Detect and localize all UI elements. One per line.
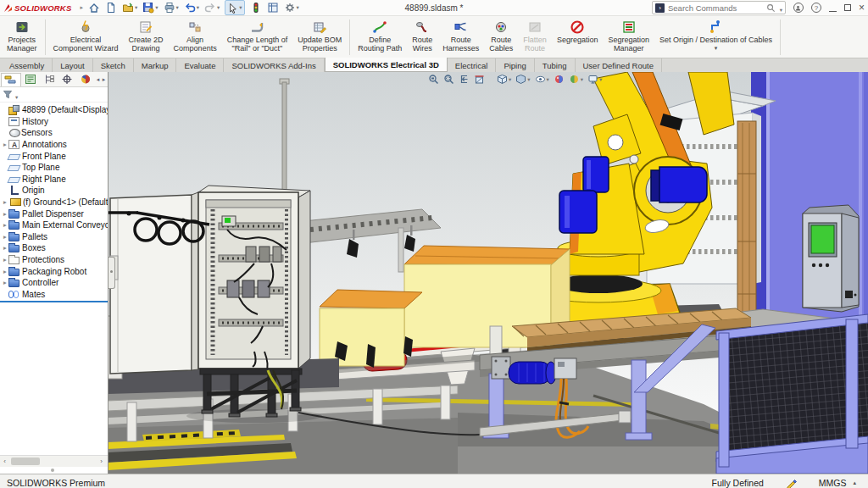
expand-arrow-icon[interactable]: ▸ bbox=[2, 141, 8, 148]
save-icon[interactable] bbox=[142, 1, 158, 14]
control-panel[interactable] bbox=[803, 205, 859, 312]
cabinet-door[interactable] bbox=[110, 195, 192, 374]
minimize-button[interactable] bbox=[829, 3, 837, 12]
scroll-thumb[interactable] bbox=[11, 458, 40, 465]
ribbon-button-segregation[interactable]: Segregation bbox=[552, 17, 604, 58]
tab-display-manager[interactable] bbox=[76, 73, 95, 86]
scroll-left-button[interactable]: ‹ bbox=[0, 456, 9, 467]
junction-box[interactable] bbox=[554, 358, 576, 379]
select-tool[interactable] bbox=[225, 0, 244, 15]
tree-item[interactable]: ▸ Right Plane bbox=[0, 174, 108, 186]
tree-item[interactable]: ▸ Pallet Dispenser bbox=[0, 208, 108, 219]
search-input[interactable] bbox=[668, 3, 763, 13]
command-tab[interactable]: Sketch bbox=[93, 58, 134, 72]
help-icon[interactable]: ? bbox=[811, 3, 821, 13]
command-tab[interactable]: SOLIDWORKS Electrical 3D bbox=[325, 58, 448, 72]
rebuild-traffic-light-icon[interactable] bbox=[250, 1, 262, 14]
maximize-button[interactable] bbox=[844, 4, 851, 11]
command-tab[interactable]: Evaluate bbox=[176, 58, 224, 72]
command-tab[interactable]: Markup bbox=[134, 58, 177, 72]
tree-item[interactable]: ▸ Top Plane bbox=[0, 162, 108, 174]
tree-item[interactable]: ▸ Main External Conveyor bbox=[0, 219, 108, 231]
ribbon-button-change-length[interactable]: Change Length of"Rail" or "Duct" bbox=[222, 17, 293, 58]
tree-item[interactable]: ▸ Mates bbox=[0, 289, 108, 301]
tree-item[interactable]: ▸ Sensors bbox=[0, 127, 108, 139]
expand-arrow-icon[interactable]: ▸ bbox=[2, 198, 8, 206]
panel-tabs-right-arrow[interactable]: ▸ bbox=[101, 76, 107, 83]
rollback-bar[interactable] bbox=[0, 301, 108, 302]
dropdown-caret[interactable]: ▾ bbox=[715, 45, 718, 52]
panel-flyout-handle[interactable] bbox=[108, 257, 115, 289]
tab-dimxpert-manager[interactable] bbox=[58, 73, 76, 86]
display-style-icon[interactable] bbox=[515, 74, 530, 85]
tree-item[interactable]: ▸ Controller bbox=[0, 277, 108, 289]
tree-item[interactable]: ▸ Pallets bbox=[0, 231, 108, 243]
expand-arrow-icon[interactable]: ▸ bbox=[2, 268, 8, 275]
3d-viewport[interactable] bbox=[0, 72, 868, 474]
ribbon-button-set-origin-destination[interactable]: Set Origin / Destination of Cables ▾ bbox=[654, 17, 777, 58]
open-document-icon[interactable] bbox=[122, 1, 137, 14]
search-scope-caret[interactable] bbox=[779, 0, 782, 15]
task-pane-table-icon[interactable] bbox=[267, 1, 279, 14]
command-tab[interactable]: Electrical bbox=[448, 58, 497, 72]
panel-buttons[interactable] bbox=[812, 263, 829, 267]
section-view-icon[interactable] bbox=[474, 74, 485, 85]
view-settings-icon[interactable] bbox=[587, 74, 602, 85]
tab-property-manager[interactable] bbox=[21, 73, 40, 86]
user-account-icon[interactable] bbox=[793, 3, 804, 13]
command-tab[interactable]: Assembly bbox=[2, 58, 53, 72]
ribbon-button-define-routing-path[interactable]: DefineRouting Path bbox=[353, 17, 407, 58]
ribbon-button-projects-manager[interactable]: ProjectsManager bbox=[2, 17, 42, 58]
command-tab[interactable]: SOLIDWORKS Add-Ins bbox=[224, 58, 324, 72]
expand-arrow-icon[interactable]: ▸ bbox=[2, 233, 8, 241]
ribbon-button-update-bom[interactable]: Update BOMProperties bbox=[292, 17, 347, 58]
panel-horizontal-scrollbar[interactable]: ‹ › bbox=[0, 455, 108, 467]
view-orientation-icon[interactable] bbox=[497, 74, 511, 85]
undo-icon[interactable] bbox=[184, 1, 199, 14]
ribbon-button-route-wires[interactable]: RouteWires bbox=[407, 17, 437, 58]
tab-configuration-manager[interactable] bbox=[40, 73, 58, 86]
command-tab[interactable]: Layout bbox=[53, 58, 93, 72]
wood-column[interactable] bbox=[737, 121, 756, 335]
expand-arrow-icon[interactable]: ▸ bbox=[2, 256, 8, 263]
search-commands-box[interactable]: › bbox=[652, 1, 786, 14]
ribbon-button-route-harnesses[interactable]: RouteHarnesses bbox=[437, 17, 484, 58]
tree-filter[interactable] bbox=[0, 87, 108, 103]
units-selector[interactable]: MMGS bbox=[819, 478, 847, 488]
expand-arrow-icon[interactable]: ▸ bbox=[2, 221, 8, 229]
zoom-to-area-icon[interactable] bbox=[443, 74, 454, 85]
options-gear-icon[interactable] bbox=[284, 1, 299, 14]
close-button[interactable]: × bbox=[859, 3, 865, 12]
scroll-right-button[interactable]: › bbox=[97, 456, 106, 467]
tab-feature-manager[interactable] bbox=[1, 73, 21, 86]
edit-appearance-icon[interactable] bbox=[554, 74, 565, 85]
home-icon[interactable] bbox=[88, 1, 100, 14]
command-tab[interactable]: Tubing bbox=[535, 58, 576, 72]
units-caret[interactable]: ▴ bbox=[853, 480, 856, 486]
panel-resize-nub[interactable] bbox=[51, 469, 54, 472]
hide-show-items-icon[interactable] bbox=[535, 74, 549, 85]
expand-arrow-icon[interactable]: ▸ bbox=[2, 244, 8, 252]
tree-item[interactable]: ▸ Front Plane bbox=[0, 150, 108, 162]
ribbon-button-route-cables[interactable]: RouteCables bbox=[484, 17, 518, 58]
tree-item[interactable]: ▸ Protections bbox=[0, 254, 108, 266]
ribbon-button-align-components[interactable]: AlignComponents bbox=[169, 17, 222, 58]
safety-fence[interactable] bbox=[716, 314, 868, 474]
tree-item[interactable]: ▸ Annotations bbox=[0, 139, 108, 151]
print-icon[interactable] bbox=[164, 1, 179, 14]
tree-item[interactable]: ▸ Origin bbox=[0, 185, 108, 197]
ribbon-button-electrical-component-wizard[interactable]: ElectricalComponent Wizard bbox=[48, 17, 124, 58]
tree-item[interactable]: ▸ 48899 (Default<Display State- bbox=[0, 104, 108, 116]
new-document-icon[interactable] bbox=[105, 1, 117, 14]
ribbon-button-segregation-manager[interactable]: SegregationManager bbox=[603, 17, 654, 58]
search-icon[interactable] bbox=[766, 3, 776, 13]
edit-sketch-icon[interactable] bbox=[786, 478, 797, 488]
tree-item[interactable]: ▸ Packaging Robot bbox=[0, 265, 108, 277]
tree-item[interactable]: ▸ (f) Ground<1> (Default) << bbox=[0, 197, 108, 208]
tree-item[interactable]: ▸ History bbox=[0, 116, 108, 128]
filter-caret[interactable] bbox=[14, 87, 18, 103]
expand-arrow-icon[interactable]: ▸ bbox=[2, 210, 8, 218]
panel-tabs-left-arrow[interactable]: ◂ bbox=[95, 76, 101, 83]
tree-item[interactable]: ▸ Boxes bbox=[0, 242, 108, 254]
ribbon-button-create-2d-drawing[interactable]: Create 2DDrawing bbox=[124, 17, 169, 58]
